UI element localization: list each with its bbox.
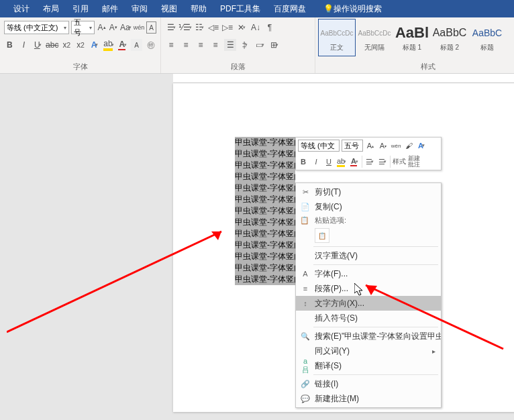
paste-keep-source-icon: 📋: [318, 232, 326, 240]
text-line: 甲虫课堂-字体竖向: [235, 205, 295, 217]
superscript-button[interactable]: x2: [75, 39, 87, 51]
enclose-char-button[interactable]: ㊕: [145, 39, 156, 51]
text-line: 甲虫课堂-字体竖向: [235, 194, 295, 205]
mini-styles[interactable]: 样式: [393, 156, 406, 167]
text-line: 甲虫课堂-字体竖向: [235, 228, 295, 240]
shading-button[interactable]: ▭ ▾: [254, 39, 266, 51]
mini-text-effects[interactable]: A▾: [416, 140, 427, 151]
tab-design[interactable]: 设计: [7, 0, 36, 17]
menu-cut[interactable]: ✂剪切(T): [296, 185, 441, 199]
font-group: 等线 (中文正文)▾ 五号▾ A▴ A▾ Aa ▾ wén A B I U ▾ …: [0, 17, 161, 73]
subscript-button[interactable]: x2: [61, 39, 72, 51]
align-center-button[interactable]: ≡: [180, 39, 192, 51]
mini-shrink-font[interactable]: A▾: [378, 140, 389, 151]
font-group-label: 字体: [0, 62, 160, 72]
mini-bullets[interactable]: ☰▾: [364, 156, 375, 167]
mini-italic[interactable]: I: [311, 156, 321, 167]
mini-phonetic[interactable]: wén: [391, 140, 401, 151]
text-line: 甲虫课堂-字体竖向: [235, 182, 295, 194]
line-spacing-button[interactable]: ‡ ▾: [239, 39, 251, 51]
strikethrough-button[interactable]: abc: [46, 39, 58, 51]
paragraph-group: ☰ ▾ ⅟☰ ▾ ☷ ▾ ◁≡ ▷≡ ✕ ▾ A↓ ¶ ≡ ≡ ≡ ≡ ☰ ‡ …: [161, 17, 315, 73]
bullets-button[interactable]: ☰ ▾: [165, 21, 177, 34]
text-line: 甲虫课堂-字体竖向: [235, 217, 295, 228]
text-effects-button[interactable]: A ▾: [89, 39, 101, 51]
mini-font-name[interactable]: 等线 (中文: [298, 140, 340, 152]
borders-button[interactable]: ⊞ ▾: [268, 39, 280, 51]
grow-font-button[interactable]: A▴: [97, 21, 106, 34]
underline-button[interactable]: U ▾: [32, 39, 44, 51]
tab-view[interactable]: 视图: [154, 0, 184, 17]
font-name-combo[interactable]: 等线 (中文正文)▾: [4, 21, 69, 34]
style-normal[interactable]: AaBbCcDc 正文: [318, 19, 356, 56]
text-line: 甲虫课堂-字体竖向设置: [235, 137, 295, 148]
tab-layout[interactable]: 布局: [36, 0, 66, 17]
menu-hanzi-reconvert[interactable]: 汉字重选(V): [296, 248, 441, 263]
menu-link[interactable]: 🔗链接(I): [296, 376, 441, 391]
style-heading-1[interactable]: AaBl 标题 1: [393, 19, 431, 56]
menu-search[interactable]: 🔍搜索(E)"甲虫课堂-字体竖向设置甲虫课...: [296, 329, 441, 344]
align-justify-button[interactable]: ≡: [209, 39, 221, 51]
italic-button[interactable]: I: [18, 39, 30, 51]
align-left-button[interactable]: ≡: [165, 39, 177, 51]
menu-copy[interactable]: 📄复制(C): [296, 199, 441, 214]
change-case-button[interactable]: Aa ▾: [120, 21, 132, 34]
mini-bold[interactable]: B: [298, 156, 309, 167]
mini-numbering[interactable]: ☰▾: [377, 156, 388, 167]
text-line: 甲虫课堂-字体竖向: [235, 148, 295, 160]
paste-keep-source[interactable]: 📋: [315, 228, 329, 243]
mini-underline[interactable]: U: [323, 156, 334, 167]
bold-button[interactable]: B: [4, 39, 15, 51]
tab-pdf-tools[interactable]: PDF工具集: [213, 0, 267, 17]
ribbon-body: 等线 (中文正文)▾ 五号▾ A▴ A▾ Aa ▾ wén A B I U ▾ …: [0, 17, 514, 74]
mini-highlight[interactable]: ab▾: [336, 156, 347, 167]
mini-font-color[interactable]: A▾: [349, 156, 360, 167]
tell-me[interactable]: 💡 操作说明搜索: [317, 0, 389, 17]
bulb-icon: 💡: [323, 4, 333, 13]
tab-baidu-netdisk[interactable]: 百度网盘: [267, 0, 313, 17]
mini-grow-font[interactable]: A▴: [365, 140, 376, 151]
numbering-button[interactable]: ⅟☰ ▾: [179, 21, 191, 34]
tab-mailings[interactable]: 邮件: [95, 0, 125, 17]
selected-text-block[interactable]: 甲虫课堂-字体竖向设置 甲虫课堂-字体竖向 甲虫课堂-字体竖向 甲虫课堂-字体竖…: [235, 137, 295, 285]
copy-icon: 📄: [300, 203, 311, 211]
mini-font-size[interactable]: 五号: [342, 140, 363, 152]
style-heading-2[interactable]: AaBbC 标题 2: [431, 19, 468, 56]
link-icon: 🔗: [300, 380, 311, 388]
style-title[interactable]: AaBbC 标题: [468, 19, 506, 56]
menu-insert-symbol[interactable]: 插入符号(S): [296, 311, 441, 325]
menu-new-comment[interactable]: 💬新建批注(M): [296, 391, 441, 406]
multilevel-list-button[interactable]: ☷ ▾: [193, 21, 205, 34]
asian-layout-button[interactable]: ✕ ▾: [236, 21, 248, 34]
mouse-cursor: [354, 283, 365, 297]
char-border-button[interactable]: A: [146, 21, 156, 34]
mini-format-painter[interactable]: 🖌: [403, 140, 414, 151]
decrease-indent-button[interactable]: ◁≡: [207, 21, 219, 34]
menu-synonym[interactable]: 同义词(Y)▸: [296, 344, 441, 358]
char-shading-button[interactable]: A: [131, 39, 142, 51]
tab-review[interactable]: 审阅: [125, 0, 154, 17]
show-formatting-button[interactable]: ¶: [264, 21, 276, 34]
phonetic-guide-button[interactable]: wén: [134, 21, 145, 34]
align-distribute-button[interactable]: ☰: [224, 39, 236, 51]
highlight-button[interactable]: ab▾: [103, 39, 114, 51]
shrink-font-button[interactable]: A▾: [109, 21, 118, 34]
menu-translate[interactable]: a吕翻译(S): [296, 358, 441, 373]
text-line: 甲虫课堂-字体竖向: [235, 160, 295, 171]
mini-new-comment[interactable]: 新建 批注: [408, 156, 420, 167]
horizontal-ruler[interactable]: [173, 74, 514, 83]
increase-indent-button[interactable]: ▷≡: [221, 21, 234, 34]
tab-help[interactable]: 帮助: [184, 0, 213, 17]
menu-text-direction[interactable]: ↕文字方向(X)...: [296, 296, 441, 311]
font-icon: A: [300, 270, 311, 278]
align-right-button[interactable]: ≡: [195, 39, 207, 51]
menu-font[interactable]: A字体(F)...: [296, 266, 441, 281]
paragraph-group-label: 段落: [161, 62, 315, 72]
menu-paragraph[interactable]: ≡段落(P)...: [296, 281, 441, 296]
style-no-spacing[interactable]: AaBbCcDc 无间隔: [356, 19, 393, 56]
sort-button[interactable]: A↓: [250, 21, 262, 34]
styles-group: AaBbCcDc 正文 AaBbCcDc 无间隔 AaBl 标题 1 AaBbC…: [315, 17, 514, 73]
font-size-combo[interactable]: 五号▾: [71, 21, 95, 34]
font-color-button[interactable]: A ▾: [117, 39, 128, 51]
tab-references[interactable]: 引用: [66, 0, 95, 17]
